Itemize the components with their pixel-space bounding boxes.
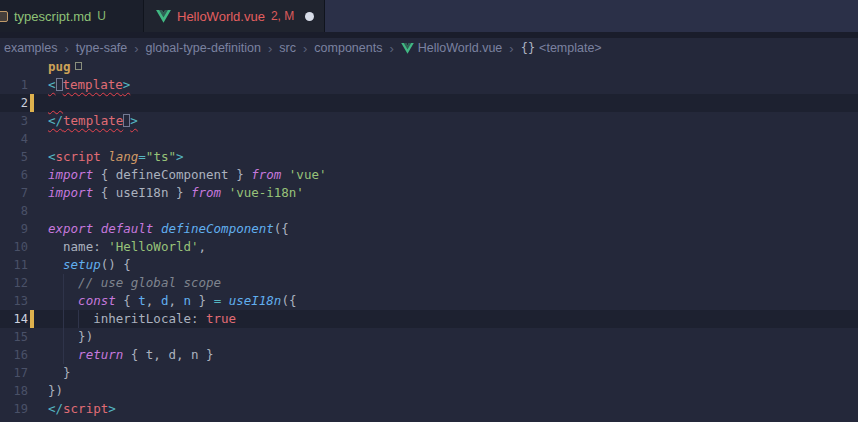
code-line[interactable]: 10 name: 'HelloWorld', — [0, 238, 858, 256]
gutter — [28, 328, 48, 346]
gutter — [28, 292, 48, 310]
line-number[interactable]: 13 — [0, 292, 28, 310]
code-area: pug1<template>2 3</template>45<script la… — [0, 58, 858, 422]
code-content: <template> — [48, 76, 858, 94]
code-line[interactable]: 15 }) — [0, 328, 858, 346]
code-token: template — [63, 113, 123, 128]
breadcrumb-item[interactable]: HelloWorld.vue — [401, 41, 503, 55]
line-number[interactable] — [0, 58, 28, 76]
code-line[interactable]: 12 // use global scope — [0, 274, 858, 292]
line-number[interactable]: 9 — [0, 220, 28, 238]
code-token: { — [116, 293, 139, 308]
line-number[interactable]: 5 — [0, 148, 28, 166]
line-number[interactable]: 17 — [0, 364, 28, 382]
code-line[interactable]: 3</template> — [0, 112, 858, 130]
code-token: script — [56, 149, 101, 164]
code-content: const { t, d, n } = useI18n({ — [48, 292, 858, 310]
gutter — [28, 58, 48, 76]
breadcrumb-label: HelloWorld.vue — [418, 41, 503, 55]
code-line[interactable]: 9export default defineComponent({ — [0, 220, 858, 238]
code-token: useI18n — [229, 293, 282, 308]
breadcrumb-item[interactable]: global-type-definition — [146, 41, 261, 55]
code-content — [48, 130, 858, 148]
code-line[interactable]: 13 const { t, d, n } = useI18n({ — [0, 292, 858, 310]
line-number[interactable]: 6 — [0, 166, 28, 184]
code-token: > — [176, 149, 184, 164]
code-token: </ — [48, 401, 63, 416]
chevron-right-icon: › — [303, 42, 307, 55]
code-content: // use global scope — [48, 274, 858, 292]
code-line[interactable]: 4 — [0, 130, 858, 148]
code-line[interactable]: 19</script> — [0, 400, 858, 418]
code-line[interactable]: 6import { defineComponent } from 'vue' — [0, 166, 858, 184]
line-number[interactable]: 14 — [0, 310, 28, 328]
code-token: ({ — [281, 293, 296, 308]
git-untracked-badge: U — [97, 9, 106, 23]
line-number[interactable]: 18 — [0, 382, 28, 400]
line-number[interactable]: 10 — [0, 238, 28, 256]
code-content: <script lang="ts"> — [48, 148, 858, 166]
line-number[interactable]: 2 — [0, 94, 28, 112]
code-token: } — [191, 293, 214, 308]
code-token: , — [199, 239, 207, 254]
code-token: 'vue-i18n' — [229, 185, 304, 200]
breadcrumb-item[interactable]: {}<template> — [521, 41, 602, 55]
line-number[interactable]: 12 — [0, 274, 28, 292]
gutter — [28, 94, 48, 112]
git-modified-marker — [30, 310, 34, 328]
git-modified-marker — [30, 94, 34, 112]
gutter — [28, 130, 48, 148]
problems-git-badge: 2, M — [271, 9, 294, 23]
tab-label: HelloWorld.vue — [177, 9, 265, 24]
gutter — [28, 76, 48, 94]
line-number[interactable]: 11 — [0, 256, 28, 274]
line-number[interactable]: 8 — [0, 202, 28, 220]
breadcrumb-item[interactable]: src — [279, 41, 296, 55]
gutter — [28, 238, 48, 256]
code-token: { t, d, n } — [123, 347, 213, 362]
code-line[interactable]: pug — [0, 58, 858, 76]
line-number[interactable]: 16 — [0, 346, 28, 364]
code-line[interactable]: 5<script lang="ts"> — [0, 148, 858, 166]
code-token: 'HelloWorld' — [108, 239, 198, 254]
code-line[interactable]: 18}) — [0, 382, 858, 400]
code-token: from — [251, 167, 281, 182]
code-line[interactable]: 17 } — [0, 364, 858, 382]
code-line[interactable]: 14 inheritLocale: true — [0, 310, 858, 328]
indent-guide — [63, 346, 64, 364]
line-number[interactable]: 19 — [0, 400, 28, 418]
code-token: const — [78, 293, 116, 308]
tab-typescript-md[interactable]: typescript.md U — [0, 0, 144, 32]
code-content: pug — [48, 58, 858, 76]
line-number[interactable]: 3 — [0, 112, 28, 130]
line-number[interactable]: 7 — [0, 184, 28, 202]
code-line[interactable]: 11 setup() { — [0, 256, 858, 274]
code-line[interactable]: 16 return { t, d, n } — [0, 346, 858, 364]
code-line[interactable]: 2 — [0, 94, 858, 112]
gutter — [28, 202, 48, 220]
code-line[interactable]: 8 — [0, 202, 858, 220]
breadcrumb-item[interactable]: type-safe — [76, 41, 127, 55]
line-number[interactable]: 1 — [0, 76, 28, 94]
breadcrumb-item[interactable]: examples — [4, 41, 58, 55]
breadcrumb-item[interactable]: components — [314, 41, 382, 55]
gutter — [28, 184, 48, 202]
chevron-right-icon: › — [268, 42, 272, 55]
line-number[interactable]: 15 — [0, 328, 28, 346]
code-token — [93, 221, 101, 236]
tab-helloworld-vue[interactable]: HelloWorld.vue 2, M — [144, 0, 325, 32]
indent-guide — [63, 274, 64, 292]
gutter — [28, 220, 48, 238]
chevron-right-icon: › — [65, 42, 69, 55]
gutter — [28, 346, 48, 364]
code-line[interactable]: 7import { useI18n } from 'vue-i18n' — [0, 184, 858, 202]
unsaved-dot-icon[interactable] — [305, 12, 314, 21]
vscode-window: typescript.md U HelloWorld.vue 2, M exam… — [0, 0, 858, 422]
indent-guide — [63, 292, 64, 310]
code-token — [221, 293, 229, 308]
line-number[interactable]: 4 — [0, 130, 28, 148]
code-line[interactable]: 1<template> — [0, 76, 858, 94]
code-token: name: — [48, 239, 108, 254]
lang-hint-box-icon — [75, 62, 82, 70]
code-content: }) — [48, 328, 858, 346]
